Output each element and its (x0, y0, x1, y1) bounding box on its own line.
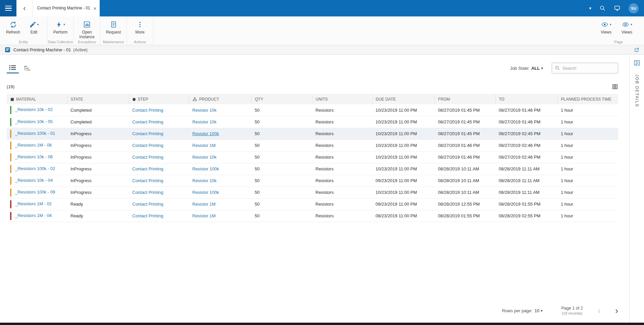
more-button[interactable]: More (130, 19, 150, 35)
refresh-button[interactable]: Refresh (3, 19, 23, 35)
material-link[interactable]: _Resistors 100k - 09 (15, 189, 55, 195)
edit-label: Edit (31, 30, 38, 35)
product-link[interactable]: Resistor 10k (192, 108, 216, 113)
step-link[interactable]: Contact Printing (132, 131, 163, 136)
search-box[interactable] (552, 63, 618, 73)
job-details-panel: JOB DETAILS (629, 55, 644, 323)
table-row[interactable]: _Resistors 100k - 01InProgressContact Pr… (7, 128, 618, 140)
column-header-due-date[interactable]: DUE DATE (372, 94, 435, 104)
topbar-dropdown-caret-icon[interactable]: ▾ (589, 6, 591, 11)
cell-units: Resistors (312, 140, 372, 151)
table-row[interactable]: _Resistors 1M - 02ReadyContact PrintingR… (7, 198, 618, 210)
column-header-qty[interactable]: QTY (251, 94, 312, 104)
hierarchy-view-toggle[interactable] (21, 63, 34, 73)
step-link[interactable]: Contact Printing (132, 202, 163, 207)
open-in-panel-icon[interactable] (634, 47, 639, 53)
job-state-dropdown[interactable]: ALL (531, 66, 540, 71)
material-link[interactable]: _Resistors 10k - 04 (15, 178, 53, 183)
collapse-panel-icon[interactable] (634, 60, 640, 66)
step-link[interactable]: Contact Printing (132, 108, 163, 113)
list-view-toggle[interactable] (7, 63, 19, 73)
cell-planned_time: 1 hour (557, 186, 618, 198)
product-link[interactable]: Resistor 10k (192, 119, 216, 124)
step-link[interactable]: Contact Printing (132, 213, 163, 218)
table-row[interactable]: _Resistors 10k - 04InProgressContact Pri… (7, 175, 618, 186)
cell-units: Resistors (312, 198, 372, 210)
cell-units: Resistors (312, 104, 372, 116)
step-link[interactable]: Contact Printing (132, 119, 163, 124)
step-link[interactable]: Contact Printing (132, 143, 163, 148)
column-header-to[interactable]: TO (495, 94, 557, 104)
perform-button[interactable]: ▾ Perform (50, 19, 71, 35)
column-header-material[interactable]: MATERIAL (7, 94, 67, 104)
entity-header: Contact Printing Machine - 01 (Active) (0, 45, 644, 55)
cell-product: Resistor 10k (189, 116, 251, 128)
material-link[interactable]: _Resistors 100k - 02 (15, 166, 55, 171)
material-link[interactable]: _Resistors 10k - 02 (15, 107, 53, 112)
material-link[interactable]: _Resistors 100k - 01 (15, 131, 55, 136)
ribbon-group-page: ▾ Views ▾ Views Page (593, 16, 644, 45)
column-header-planned-process-time[interactable]: PLANNED PROCESS TIME (557, 94, 618, 104)
cell-qty: 50 (251, 128, 312, 140)
next-page-button[interactable]: › (615, 306, 618, 315)
column-header-product[interactable]: PRODUCT (189, 94, 251, 104)
avatar[interactable]: SU (629, 3, 639, 13)
product-link[interactable]: Resistor 100k (192, 166, 219, 171)
table-row[interactable]: _Resistors 1M - 04ReadyContact PrintingR… (7, 210, 618, 222)
monitor-icon[interactable] (614, 5, 621, 11)
product-link[interactable]: Resistor 10k (192, 178, 216, 183)
material-link[interactable]: _Resistors 10k - 05 (15, 119, 53, 124)
product-link[interactable]: Resistor 100k (192, 190, 219, 195)
product-link[interactable]: Resistor 10k (192, 155, 216, 160)
product-link[interactable]: Resistor 1M (192, 143, 215, 148)
material-link[interactable]: _Resistors 1M - 08 (15, 143, 52, 148)
step-link[interactable]: Contact Printing (132, 155, 163, 160)
step-link[interactable]: Contact Printing (132, 190, 163, 195)
table-row[interactable]: _Resistors 10k - 02CompletedContact Prin… (7, 104, 618, 116)
hamburger-menu-button[interactable] (0, 0, 16, 16)
lightning-icon (56, 21, 62, 29)
column-header-units[interactable]: UNITS (312, 94, 372, 104)
ribbon-toolbar: Refresh ▾ Edit Entity ▾ (0, 16, 644, 45)
table-row[interactable]: _Resistors 100k - 09InProgressContact Pr… (7, 186, 618, 198)
column-header-step[interactable]: STEP (129, 94, 189, 104)
table-row[interactable]: _Resistors 100k - 02InProgressContact Pr… (7, 163, 618, 175)
open-instance-button[interactable]: Open Instance (77, 19, 97, 40)
table-row[interactable]: _Resistors 10k - 06InProgressContact Pri… (7, 151, 618, 163)
search-icon[interactable] (599, 5, 606, 11)
back-button[interactable]: ‹ (16, 0, 33, 16)
material-link[interactable]: _Resistors 1M - 02 (15, 201, 52, 206)
tab-contact-printing-machine[interactable]: Contact Printing Machine - 01 × (33, 0, 100, 16)
material-link[interactable]: _Resistors 10k - 06 (15, 154, 53, 159)
cell-step: Contact Printing (129, 116, 189, 128)
edit-button[interactable]: ▾ Edit (23, 19, 44, 35)
search-input[interactable] (562, 66, 615, 71)
step-link[interactable]: Contact Printing (132, 166, 163, 171)
table-row[interactable]: _Resistors 10k - 05CompletedContact Prin… (7, 116, 618, 128)
content-area: Job State: ALL ▾ (19) (0, 55, 644, 323)
request-button[interactable]: Request (103, 19, 124, 35)
cell-from: 08/27/2019 01:46 PM (435, 140, 495, 151)
column-header-from[interactable]: FROM (435, 94, 495, 104)
table-row[interactable]: _Resistors 1M - 08InProgressContact Prin… (7, 140, 618, 151)
tab-close-icon[interactable]: × (93, 5, 97, 11)
product-link[interactable]: Resistor 1M (192, 202, 215, 207)
step-link[interactable]: Contact Printing (132, 178, 163, 183)
material-link[interactable]: _Resistors 1M - 04 (15, 213, 52, 218)
views-button-1[interactable]: ▾ Views (596, 19, 616, 35)
column-header-state[interactable]: STATE (67, 94, 129, 104)
state-color-bar (10, 118, 11, 126)
topbar-actions: ▾ SU (589, 0, 644, 16)
cell-to: 08/28/2019 02:55 PM (495, 210, 557, 222)
product-link[interactable]: Resistor 1M (192, 213, 215, 218)
cell-qty: 50 (251, 116, 312, 128)
topbar: ‹ Contact Printing Machine - 01 × ▾ SU (0, 0, 644, 16)
caret-down-icon[interactable]: ▾ (541, 66, 543, 70)
rows-per-page-dropdown[interactable]: 10▾ (535, 308, 543, 313)
prev-page-button[interactable]: ‹ (598, 306, 601, 315)
views-button-2[interactable]: ▾ Views (616, 19, 637, 35)
cell-product: Resistor 1M (189, 210, 251, 222)
product-link[interactable]: Resistor 100k (192, 131, 219, 136)
pencil-icon (29, 21, 36, 28)
column-chooser-icon[interactable] (612, 84, 618, 90)
